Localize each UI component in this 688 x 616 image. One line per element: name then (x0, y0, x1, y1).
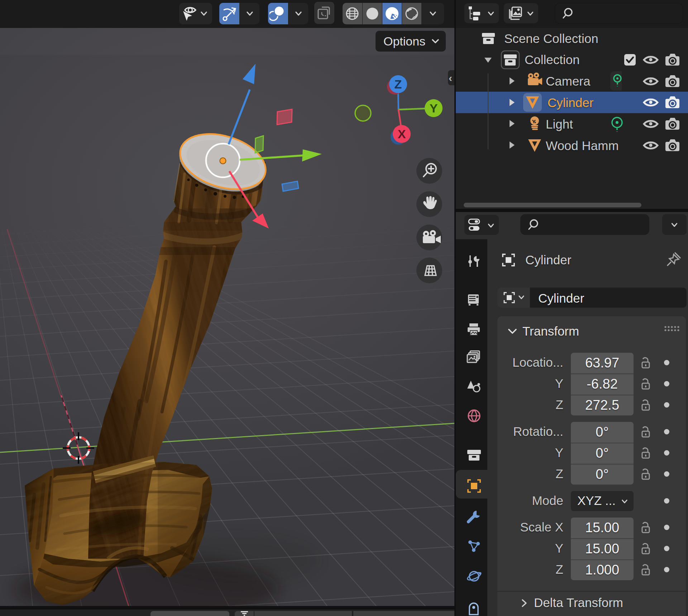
svg-text:X: X (398, 127, 406, 141)
svg-text:Z: Z (395, 77, 402, 91)
svg-text:Y: Y (430, 101, 438, 115)
svg-text:‹: ‹ (449, 72, 452, 84)
